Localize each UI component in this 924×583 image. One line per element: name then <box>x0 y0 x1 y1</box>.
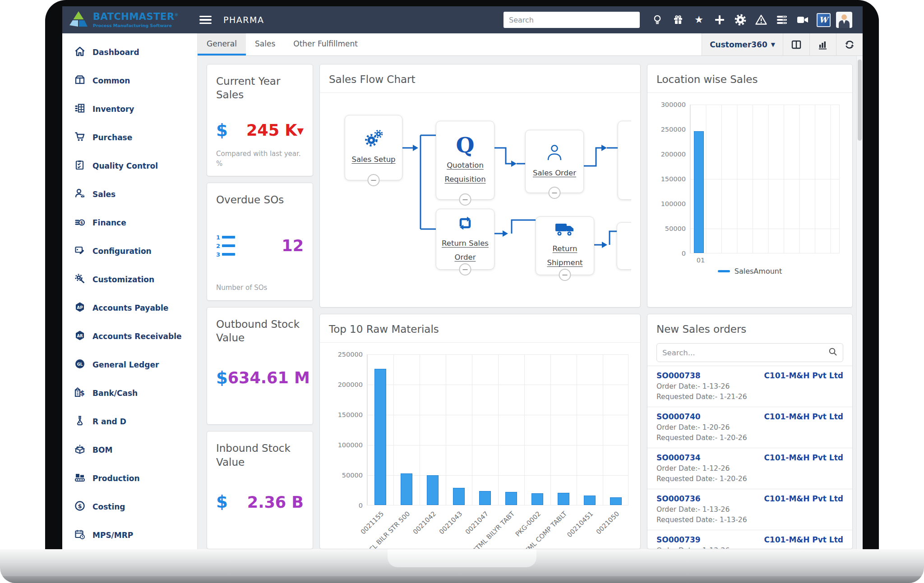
so-number[interactable]: SO000740 <box>656 412 701 421</box>
sidebar-item-general-ledger[interactable]: GL General Ledger <box>62 350 197 379</box>
sidebar-item-customization[interactable]: Customization <box>62 265 197 294</box>
order-date-line: Requested Date:- 1-20-26 <box>656 475 843 483</box>
orders-search-input[interactable] <box>662 349 825 357</box>
sidebar-item-accounts-payable[interactable]: AP Accounts Payable <box>62 294 197 322</box>
columns-icon[interactable] <box>783 33 809 55</box>
sidebar-item-common[interactable]: Common <box>62 66 197 95</box>
search-icon[interactable] <box>828 347 837 358</box>
overdue-sos-card: Overdue SOs 1 2 3 12 Number of SOs <box>207 183 313 301</box>
tab-other-fulfillment[interactable]: Other Fulfillment <box>284 33 367 55</box>
laptop-base <box>0 549 924 583</box>
bar <box>453 488 465 505</box>
avatar[interactable] <box>834 11 855 29</box>
so-number[interactable]: SO000738 <box>656 371 701 380</box>
collapse-node-button[interactable] <box>368 174 380 186</box>
collapse-node-button[interactable] <box>459 193 471 206</box>
collapse-node-button[interactable] <box>559 269 571 281</box>
y-axis-tick: 250000 <box>338 351 363 358</box>
sidebar-item-bank-cash[interactable]: $ Bank/Cash <box>62 379 197 407</box>
bulb-icon[interactable] <box>647 11 668 29</box>
y-axis-tick: 300000 <box>661 101 686 108</box>
legend-marker <box>718 270 730 272</box>
sidebar-item-inventory[interactable]: Inventory <box>62 95 197 123</box>
word-icon[interactable]: W <box>813 11 834 29</box>
flow-node-partial-top[interactable]: ⋮ <box>618 121 631 200</box>
plus-icon[interactable] <box>709 11 730 29</box>
y-axis-tick: 150000 <box>661 175 686 183</box>
flow-node-return-sales-order[interactable]: Return Sales Order <box>436 209 494 270</box>
coins-icon: $ <box>74 216 86 230</box>
numbered-list-icon: 1 2 3 <box>216 234 235 258</box>
bar-chart-icon[interactable] <box>809 33 836 55</box>
gift-icon[interactable] <box>668 11 688 29</box>
sales-order-item[interactable]: SO000736C101-M&H Pvt LtdOrder Date:- 1-1… <box>647 489 852 530</box>
sidebar-item-costing[interactable]: $ Costing <box>62 492 197 521</box>
scrollbar[interactable] <box>856 56 863 549</box>
collapse-node-button[interactable] <box>549 187 561 199</box>
y-axis-tick: 250000 <box>661 126 686 133</box>
sidebar-item-r-and-d[interactable]: R and D <box>62 407 197 436</box>
top10-bar-chart: 250000200000150000100000500000 <box>367 354 628 505</box>
sidebar-item-accounts-receivable[interactable]: AR Accounts Receivable <box>62 322 197 350</box>
divider <box>320 92 640 93</box>
laptop-notch <box>388 549 536 567</box>
so-number[interactable]: SO000736 <box>656 494 701 503</box>
sales-order-item[interactable]: SO000739C101-M&H Pvt LtdOrder Date:- 1-1… <box>647 530 852 549</box>
sidebar-item-finance[interactable]: $ Finance <box>62 208 197 237</box>
hamburger-menu-icon[interactable] <box>199 16 212 24</box>
y-axis-tick: 50000 <box>665 225 686 232</box>
sidebar-item-sales[interactable]: Sales <box>62 180 197 208</box>
tab-bar: General Sales Other Fulfillment Customer… <box>198 33 863 56</box>
ar-badge-icon: AR <box>74 330 86 343</box>
top10-raw-materials-card: Top 10 Raw Materials 2500002000001500001… <box>319 314 641 549</box>
refresh-icon[interactable] <box>836 33 863 55</box>
customer-name: C101-M&H Pvt Ltd <box>764 412 843 421</box>
star-icon[interactable]: ★ <box>688 11 709 29</box>
flow-node-quotation-requisition[interactable]: Q Quotation Requisition <box>436 121 494 200</box>
customer360-dropdown[interactable]: Customer360▼ <box>702 33 783 55</box>
y-axis-tick: 0 <box>682 250 686 257</box>
server-icon[interactable] <box>772 11 792 29</box>
sidebar-item-configuration[interactable]: Configuration <box>62 237 197 265</box>
kpi-value: 2.36 B <box>247 493 304 511</box>
collapse-node-button[interactable] <box>459 263 471 275</box>
divider <box>320 342 640 343</box>
sales-order-item[interactable]: SO000734C101-M&H Pvt LtdOrder Date:- 1-1… <box>647 448 852 489</box>
main-area: General Sales Other Fulfillment Customer… <box>198 33 863 549</box>
customer-name: C101-M&H Pvt Ltd <box>764 371 843 380</box>
sidebar-item-quality-control[interactable]: Quality Control <box>62 151 197 180</box>
sidebar-item-production[interactable]: Production <box>62 464 197 492</box>
sidebar-item-purchase[interactable]: Purchase <box>62 123 197 151</box>
brand-name: BATCHMASTER <box>93 11 175 22</box>
y-axis-tick: 200000 <box>661 151 686 158</box>
search-input[interactable] <box>504 12 640 28</box>
tab-general[interactable]: General <box>198 33 246 55</box>
sales-flow-chart-card: Sales Flow Chart <box>319 64 641 308</box>
sales-order-item[interactable]: SO000740C101-M&H Pvt LtdOrder Date:- 1-2… <box>647 407 852 448</box>
bar <box>374 369 386 505</box>
warning-icon[interactable] <box>751 11 772 29</box>
sidebar-item-bom[interactable]: BOM <box>62 436 197 464</box>
tab-sales[interactable]: Sales <box>246 33 284 55</box>
kpi-footnote: Compared with last year. % <box>216 149 305 169</box>
sidebar-item-mps-mrp[interactable]: MPS/MRP <box>62 521 197 549</box>
location-wise-sales-card: Location wise Sales 01 30000025000020000… <box>647 64 853 308</box>
flow-node-return-shipment[interactable]: Return Shipment <box>536 216 594 275</box>
y-axis-tick: 100000 <box>661 200 686 207</box>
camera-icon[interactable] <box>792 11 813 29</box>
sales-order-item[interactable]: SO000738C101-M&H Pvt LtdOrder Date:- 1-1… <box>647 366 852 407</box>
chart-legend: SalesAmount <box>656 267 843 275</box>
gear-icon[interactable] <box>730 11 751 29</box>
flow-node-sales-setup[interactable]: Sales Setup <box>345 115 402 180</box>
flow-node-sales-order[interactable]: Sales Order <box>525 130 584 193</box>
sidebar-item-dashboard[interactable]: Dashboard <box>62 38 197 66</box>
so-number[interactable]: SO000734 <box>656 453 701 462</box>
scrollbar-thumb[interactable] <box>858 60 862 141</box>
navbar-icons: ★ W <box>647 11 855 29</box>
flow-diagram: Sales Setup Q Quotation Requisition <box>329 94 631 301</box>
so-number[interactable]: SO000739 <box>656 535 701 544</box>
open-box-icon <box>74 443 86 457</box>
bar <box>694 131 704 253</box>
flow-node-partial-bottom[interactable]: C <box>617 222 631 270</box>
x-axis-label: 01 <box>694 257 707 264</box>
